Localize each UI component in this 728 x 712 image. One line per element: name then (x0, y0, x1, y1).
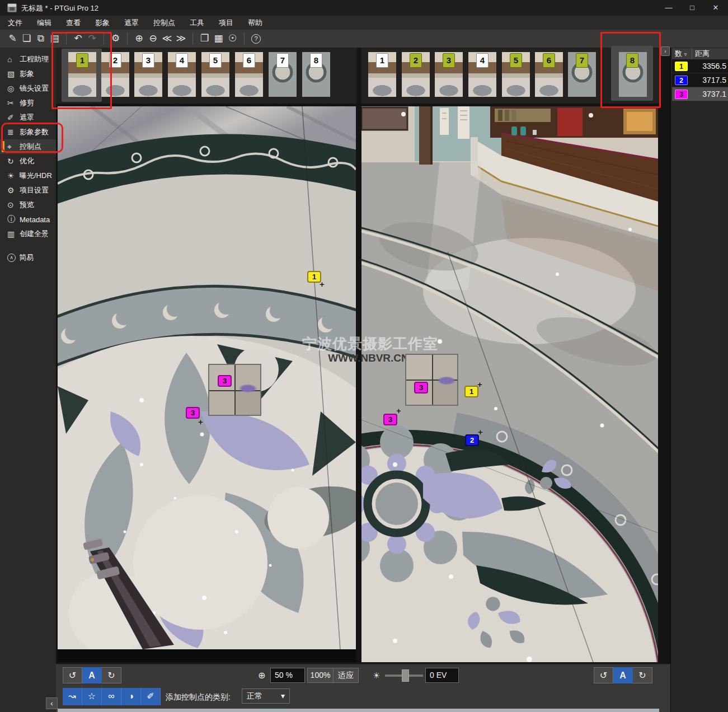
collapse-panel-button[interactable]: ‹ (46, 697, 58, 709)
thumbnail-number[interactable]: 3 (142, 53, 154, 68)
grid-icon[interactable]: ▦ (212, 30, 226, 47)
star-icon[interactable]: ☆ (82, 688, 102, 705)
thumbnail-number[interactable]: 4 (476, 53, 489, 68)
ev-value-input[interactable]: 0 EV (425, 668, 459, 683)
column-header-distance[interactable]: 距离 (692, 48, 728, 59)
menu-mask[interactable]: 遮罩 (124, 18, 139, 28)
jump-to-point-icon[interactable]: ↝ (63, 688, 82, 705)
next-pair-icon[interactable]: ≫ (174, 30, 188, 47)
brush-icon[interactable]: ✐ (141, 688, 161, 705)
column-header-count[interactable]: 数 ▿ (672, 48, 692, 59)
zoom-value-input[interactable]: 50 % (270, 668, 305, 683)
menu-view[interactable]: 查看 (66, 18, 81, 28)
lamp-icon[interactable]: ☉ (226, 30, 239, 47)
help-icon[interactable]: ? (251, 34, 261, 44)
zoom-in-icon[interactable]: ⊕ (132, 30, 146, 47)
panorama-icon: ▥ (7, 229, 20, 238)
menu-control-points[interactable]: 控制点 (153, 18, 175, 28)
table-row[interactable]: 2 3717.5 (672, 73, 728, 87)
control-point-cross: + (477, 380, 482, 389)
menu-file[interactable]: 文件 (8, 18, 22, 28)
zoom-out-icon[interactable]: ⊖ (146, 30, 160, 47)
panels-icon[interactable]: ❐ (198, 30, 212, 47)
control-point-label-3[interactable]: 3 (414, 382, 428, 394)
thumbnail-number[interactable]: 1 (376, 53, 388, 68)
sidebar-item-simple-mode[interactable]: ∧简易 (0, 250, 56, 265)
cp-category-value: 正常 (247, 689, 262, 703)
previous-pair-icon[interactable]: ≪ (160, 30, 174, 47)
sidebar-item-create-panorama[interactable]: ▥创建全景 (0, 227, 56, 241)
sort-icon: ▿ (684, 51, 687, 57)
title-bar: 无标题 * - PTGui Pro 12 — □ ✕ (0, 0, 728, 16)
right-image-view[interactable]: 3 1 + 3 + 2 + (361, 106, 658, 662)
sidebar-item-crop[interactable]: ✂修剪 (0, 96, 56, 110)
sidebar-item-project-assistant[interactable]: ⌂工程助理 (0, 52, 56, 67)
menu-help[interactable]: 帮助 (248, 18, 262, 28)
control-point-label-3[interactable]: 3 (218, 375, 232, 387)
home-icon: ⌂ (7, 55, 20, 64)
crop-icon: ✂ (7, 99, 20, 107)
left-image-view[interactable]: 1 + 3 3 + (58, 106, 356, 662)
sidebar-item-exposure-hdr[interactable]: ☀曝光/HDR (0, 168, 56, 183)
thumbnail-number[interactable]: 5 (510, 53, 522, 68)
control-point-label-1[interactable]: 1 (464, 386, 478, 397)
add-cp-category-label: 添加控制点的类别: (166, 692, 231, 702)
thumbnail-number[interactable]: 4 (176, 53, 188, 68)
sidebar-item-images[interactable]: ▧影象 (0, 67, 56, 81)
thumbnail-number[interactable]: 2 (410, 53, 422, 68)
open-project-icon[interactable]: ❏ (20, 30, 34, 47)
control-points-panel: 数 ▿ 距离 1 3356.5 2 3717.5 3 3737.1 (670, 48, 728, 712)
contrast-icon[interactable]: ◑ (121, 688, 141, 705)
duplicate-icon[interactable]: ⧉ (34, 30, 48, 47)
auto-button[interactable]: A (82, 667, 102, 683)
control-point-label-2[interactable]: 2 (465, 434, 479, 446)
rotate-ccw-button[interactable]: ↺ (594, 667, 613, 683)
new-project-icon[interactable]: ✎ (6, 30, 20, 47)
control-point-cross: + (320, 279, 325, 289)
exposure-slider-handle[interactable] (402, 669, 409, 682)
maximize-button[interactable]: □ (680, 0, 704, 16)
zoom-fit-button[interactable]: 适应 (333, 668, 359, 683)
distance-value: 3356.5 (692, 59, 728, 73)
rotate-cw-button[interactable]: ↻ (102, 667, 121, 683)
menu-project[interactable]: 项目 (219, 18, 233, 28)
point-badge: 1 (675, 62, 688, 71)
chevron-down-icon: ▾ (281, 689, 285, 703)
menu-edit[interactable]: 编辑 (37, 18, 51, 28)
control-point-label-3[interactable]: 3 (383, 414, 397, 425)
cp-tools-group: ↝ ☆ ∞ ◑ ✐ (63, 688, 161, 705)
thumbnail-number[interactable]: 5 (209, 53, 222, 68)
link-icon[interactable]: ∞ (102, 688, 121, 705)
sidebar-item-metadata[interactable]: ⓘMetadata (0, 212, 56, 227)
strip-next-button[interactable]: › (661, 46, 670, 56)
minimize-button[interactable]: — (656, 0, 681, 16)
sun-icon: ☀ (7, 171, 20, 180)
menu-tools[interactable]: 工具 (190, 18, 204, 28)
watermark-url: WWW.NBVR.CN (328, 352, 409, 364)
thumbnail-number[interactable]: 6 (243, 53, 255, 68)
lens-icon: ◎ (7, 84, 20, 93)
zoom-100-button[interactable]: 100% (307, 668, 334, 683)
thumbnail-number[interactable]: 6 (543, 53, 555, 68)
control-point-cross: + (396, 406, 401, 415)
sidebar-item-project-settings[interactable]: ⚙项目设置 (0, 183, 56, 198)
sidebar-item-lens-settings[interactable]: ◎镜头设置 (0, 81, 56, 96)
thumbnail-number[interactable]: 8 (310, 53, 322, 68)
rotate-cw-button[interactable]: ↻ (633, 667, 652, 683)
auto-button[interactable]: A (613, 667, 633, 683)
close-button[interactable]: ✕ (703, 0, 728, 16)
control-point-cross: + (478, 427, 483, 437)
sidebar-item-optimizer[interactable]: ↻优化 (0, 154, 56, 168)
cp-category-dropdown[interactable]: 正常 ▾ (242, 688, 290, 704)
thumbnail-number[interactable]: 7 (576, 53, 588, 68)
table-row[interactable]: 1 3356.5 (672, 59, 728, 73)
brightness-sun-icon: ☀ (373, 671, 380, 681)
refresh-icon: ↻ (7, 157, 20, 166)
sidebar-item-preview[interactable]: ⊙预览 (0, 198, 56, 212)
table-row[interactable]: 3 3737.1 (672, 87, 728, 101)
menu-images[interactable]: 影象 (95, 18, 110, 28)
bottom-status-strip (58, 709, 659, 712)
thumbnail-number[interactable]: 3 (443, 53, 455, 68)
rotate-ccw-button[interactable]: ↺ (63, 667, 82, 683)
thumbnail-number[interactable]: 7 (276, 53, 289, 68)
